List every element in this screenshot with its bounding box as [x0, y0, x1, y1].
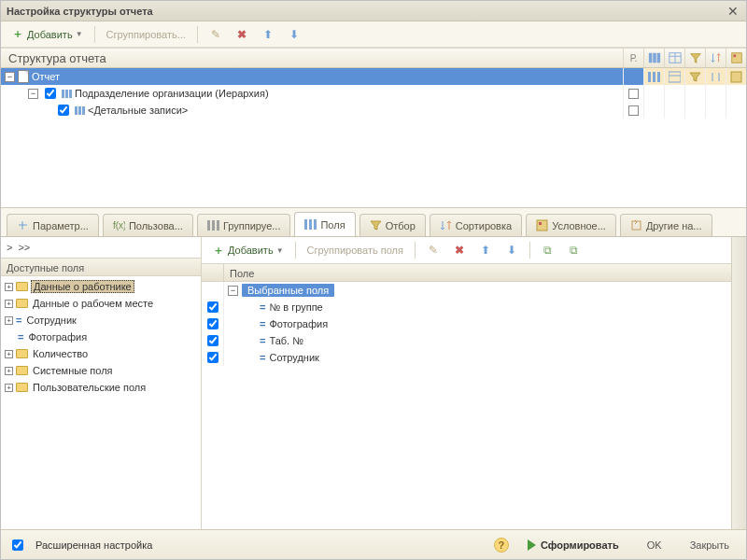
- svg-rect-8: [648, 72, 651, 82]
- tree-col-r[interactable]: [623, 85, 643, 102]
- avail-item[interactable]: + Системные поля: [1, 362, 201, 379]
- tab-params[interactable]: Параметр...: [7, 214, 99, 236]
- expand-icon[interactable]: +: [5, 367, 13, 375]
- avail-item[interactable]: + Данные о работнике: [1, 278, 201, 295]
- collapse-icon[interactable]: −: [228, 286, 238, 296]
- move-down-button[interactable]: ⬇: [283, 26, 305, 43]
- tree-label: <Детальные записи>: [88, 105, 188, 116]
- collapse-icon[interactable]: −: [28, 89, 38, 99]
- header-action-2[interactable]: [664, 49, 684, 67]
- row-check[interactable]: [202, 349, 224, 366]
- tab-grouping[interactable]: Группируе...: [197, 214, 291, 236]
- delete-button[interactable]: ✖: [231, 26, 253, 43]
- tab-other[interactable]: Другие на...: [620, 214, 712, 236]
- advanced-checkbox[interactable]: [12, 539, 23, 551]
- row-check[interactable]: [202, 315, 224, 332]
- expand-icon[interactable]: +: [5, 283, 13, 291]
- structure-tree[interactable]: − Отчет − Подразделение организации (Иер…: [1, 68, 746, 208]
- fields-group-button[interactable]: Сгруппировать поля: [303, 243, 408, 258]
- tab-user-fields[interactable]: f(x) Пользова...: [103, 214, 193, 236]
- header-action-5[interactable]: [726, 49, 746, 67]
- avail-item[interactable]: + Пользовательские поля: [1, 379, 201, 396]
- row-check[interactable]: [202, 299, 224, 315]
- fields-add-button[interactable]: ＋ Добавить ▼: [207, 242, 289, 259]
- header-action-3[interactable]: [684, 49, 705, 67]
- header-action-1[interactable]: [643, 49, 664, 67]
- close-footer-button[interactable]: Закрыть: [681, 537, 739, 553]
- avail-label: Данные о работнике: [31, 280, 134, 293]
- expand-icon[interactable]: +: [5, 384, 13, 392]
- breadcrumb-root[interactable]: >: [7, 242, 12, 253]
- group-icon: [62, 90, 72, 98]
- run-button[interactable]: Сформировать: [518, 537, 628, 553]
- tree-act-3[interactable]: [684, 68, 705, 85]
- available-fields-title: Доступные поля: [1, 258, 201, 276]
- tree-row-report[interactable]: − Отчет: [1, 68, 746, 85]
- group-button[interactable]: Сгруппировать...: [102, 27, 190, 42]
- tree-act-5[interactable]: [726, 68, 746, 85]
- ok-button[interactable]: OK: [638, 537, 671, 553]
- move-up-button[interactable]: ⬆: [257, 26, 279, 43]
- window-title: Настройка структуры отчета: [7, 6, 726, 17]
- avail-item[interactable]: + Данные о рабочем месте: [1, 295, 201, 312]
- tree-act-1[interactable]: [643, 68, 664, 85]
- tree-cell: − Отчет: [1, 70, 623, 83]
- tree-act-3: [684, 85, 705, 102]
- add-button[interactable]: ＋ Добавить ▼: [7, 26, 88, 43]
- row-checkbox[interactable]: [58, 105, 69, 116]
- collapse-icon[interactable]: −: [5, 72, 15, 82]
- avail-item[interactable]: = Фотография: [1, 329, 201, 345]
- expand-icon[interactable]: +: [5, 300, 13, 308]
- field-row[interactable]: = Сотрудник: [202, 349, 731, 366]
- row-checkbox[interactable]: [45, 88, 56, 99]
- field-row[interactable]: = Фотография: [202, 315, 731, 332]
- tree-row-subdivision[interactable]: − Подразделение организации (Иерархия): [1, 85, 746, 102]
- tree-act-2: [664, 85, 684, 102]
- svg-rect-0: [648, 53, 652, 63]
- breadcrumb-next[interactable]: >>: [18, 242, 30, 253]
- field-checkbox[interactable]: [207, 318, 218, 329]
- fields-icon: [304, 218, 317, 231]
- close-button[interactable]: ✕: [726, 4, 740, 19]
- available-fields-tree[interactable]: + Данные о работнике + Данные о рабочем …: [1, 276, 201, 529]
- header-action-4[interactable]: [705, 49, 726, 67]
- field-row[interactable]: = Таб. №: [202, 332, 731, 349]
- fields-down-button[interactable]: ⬇: [500, 242, 523, 259]
- field-row[interactable]: = № в группе: [202, 299, 731, 315]
- fields-copy-button[interactable]: ⧉: [537, 242, 559, 259]
- help-button[interactable]: ?: [494, 538, 509, 553]
- tree-act-2[interactable]: [664, 68, 684, 85]
- tab-conditional[interactable]: Условное...: [526, 214, 616, 236]
- expand-icon[interactable]: +: [5, 316, 13, 325]
- available-fields-pane: > >> Доступные поля + Данные о работнике…: [1, 237, 202, 529]
- field-checkbox[interactable]: [207, 301, 218, 313]
- fields-group-row[interactable]: − Выбранные поля: [202, 282, 731, 299]
- document-icon: [18, 70, 29, 83]
- other-icon: [630, 219, 642, 231]
- fields-list[interactable]: − Выбранные поля = № в группе = Фотограф…: [202, 282, 731, 529]
- field-checkbox[interactable]: [207, 352, 218, 363]
- expand-icon[interactable]: +: [5, 350, 13, 358]
- edit-button[interactable]: ✎: [204, 26, 227, 43]
- folder-icon: [16, 299, 28, 308]
- avail-item[interactable]: + = Сотрудник: [1, 312, 201, 329]
- copy-icon: ⧉: [568, 244, 581, 257]
- tree-col-r[interactable]: [623, 102, 643, 119]
- fields-up-button[interactable]: ⬆: [474, 242, 497, 259]
- svg-rect-9: [653, 72, 655, 82]
- tree-row-detail[interactable]: <Детальные записи>: [1, 102, 746, 119]
- folder-icon: [16, 282, 28, 291]
- tab-filter[interactable]: Отбор: [359, 214, 426, 236]
- row-check[interactable]: [202, 332, 224, 349]
- fields-copy2-button[interactable]: ⧉: [563, 242, 585, 259]
- tab-sort[interactable]: Сортировка: [430, 214, 522, 236]
- vertical-scrollbar[interactable]: [731, 237, 746, 529]
- avail-item[interactable]: + Количество: [1, 345, 201, 362]
- field-checkbox[interactable]: [207, 335, 218, 346]
- tab-fields[interactable]: Поля: [294, 212, 355, 236]
- tree-act-4[interactable]: [705, 68, 726, 85]
- fields-edit-button[interactable]: ✎: [422, 242, 444, 259]
- fields-delete-button[interactable]: ✖: [448, 242, 471, 259]
- field-col-header: Поле: [224, 264, 731, 281]
- fx-icon: f(x): [113, 219, 125, 231]
